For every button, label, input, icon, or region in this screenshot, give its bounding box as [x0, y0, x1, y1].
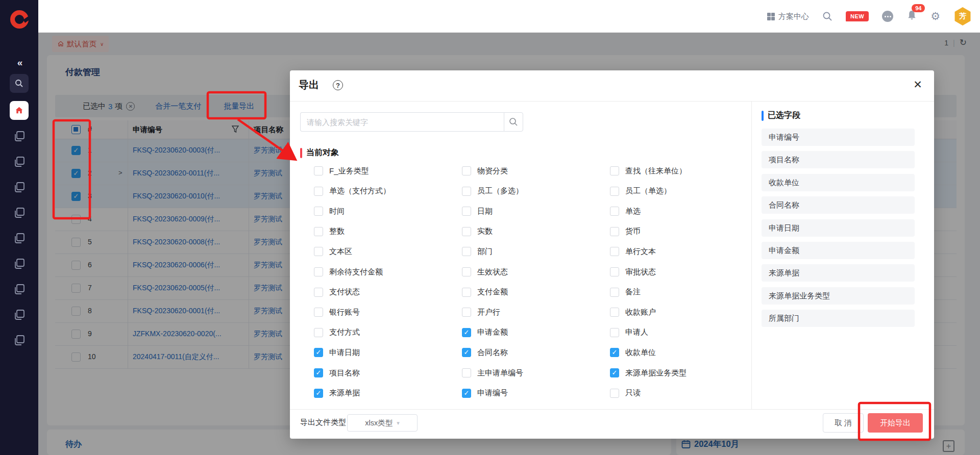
field-checkbox[interactable] — [314, 328, 323, 337]
export-field-option[interactable]: 员工（多选） — [462, 185, 523, 197]
export-field-option[interactable]: 货币 — [610, 225, 641, 238]
export-field-option[interactable]: 剩余待支付金额 — [314, 266, 383, 278]
field-search-input[interactable] — [300, 112, 504, 132]
field-checkbox[interactable] — [610, 247, 619, 256]
field-checkbox[interactable] — [314, 267, 323, 276]
export-field-option[interactable]: 时间 — [314, 205, 345, 217]
field-checkbox[interactable]: ✓ — [610, 368, 619, 377]
field-checkbox[interactable]: ✓ — [462, 348, 471, 357]
sidebar-collapse-icon[interactable]: « — [0, 57, 38, 68]
selected-field-chip[interactable]: 申请金额 — [762, 242, 915, 259]
export-field-option[interactable]: 收款账户 — [610, 306, 656, 318]
export-field-option[interactable]: 主申请单编号 — [462, 367, 523, 379]
start-export-button[interactable]: 开始导出 — [868, 413, 923, 433]
selected-field-chip[interactable]: 来源单据 — [762, 264, 915, 282]
sidebar-module-icon[interactable] — [11, 230, 28, 246]
export-field-option[interactable]: ✓合同名称 — [462, 346, 508, 359]
export-field-option[interactable]: 支付方式 — [314, 326, 360, 339]
field-checkbox[interactable] — [462, 247, 471, 256]
notifications-bell[interactable]: 94 — [906, 10, 917, 23]
close-icon[interactable]: ✕ — [911, 78, 925, 92]
sidebar-module-icon[interactable] — [11, 128, 28, 144]
new-badge[interactable]: NEW — [846, 11, 869, 21]
export-field-option[interactable]: 生效状态 — [462, 266, 508, 278]
field-checkbox[interactable] — [610, 166, 619, 175]
file-type-select[interactable]: xlsx类型 ▾ — [347, 414, 418, 432]
sidebar-module-icon[interactable] — [11, 332, 28, 348]
field-checkbox[interactable] — [314, 166, 323, 175]
export-field-option[interactable]: 整数 — [314, 225, 345, 238]
sidebar-module-icon[interactable] — [11, 154, 28, 170]
settings-gear-icon[interactable]: ⚙ — [930, 10, 940, 22]
export-field-option[interactable]: 只读 — [610, 387, 641, 399]
export-field-option[interactable]: ✓申请日期 — [314, 346, 360, 359]
field-checkbox[interactable]: ✓ — [314, 389, 323, 398]
user-avatar[interactable]: 芳 — [953, 7, 972, 26]
export-field-option[interactable]: 日期 — [462, 205, 493, 217]
field-checkbox[interactable]: ✓ — [314, 368, 323, 377]
field-checkbox[interactable] — [462, 187, 471, 196]
field-checkbox[interactable] — [610, 389, 619, 398]
sidebar-module-icon[interactable] — [11, 256, 28, 272]
field-checkbox[interactable] — [610, 267, 619, 276]
export-field-option[interactable]: 实数 — [462, 225, 493, 238]
sidebar-module-icon[interactable] — [11, 281, 28, 297]
selected-field-chip[interactable]: 申请日期 — [762, 219, 915, 237]
export-field-option[interactable]: ✓来源单据 — [314, 387, 360, 399]
export-field-option[interactable]: ✓申请编号 — [462, 387, 508, 399]
export-field-option[interactable]: 备注 — [610, 286, 641, 298]
field-checkbox[interactable] — [462, 166, 471, 175]
export-field-option[interactable]: ✓收款单位 — [610, 346, 656, 359]
export-field-option[interactable]: 审批状态 — [610, 266, 656, 278]
sidebar-module-icon[interactable] — [11, 307, 28, 323]
sidebar-module-icon[interactable] — [11, 205, 28, 221]
export-field-option[interactable]: 文本区 — [314, 245, 352, 258]
selected-field-chip[interactable]: 项目名称 — [762, 151, 915, 168]
sidebar-home-item[interactable] — [10, 101, 29, 120]
export-field-option[interactable]: 部门 — [462, 245, 493, 258]
field-checkbox[interactable]: ✓ — [462, 389, 471, 398]
field-checkbox[interactable] — [610, 207, 619, 216]
field-checkbox[interactable] — [314, 247, 323, 256]
export-field-option[interactable]: 员工（单选） — [610, 185, 671, 197]
solution-center-nav[interactable]: 方案中心 — [767, 12, 809, 21]
export-field-option[interactable]: 单行文本 — [610, 245, 656, 258]
field-checkbox[interactable] — [314, 288, 323, 297]
export-field-option[interactable]: 查找（往来单位） — [610, 165, 687, 177]
field-checkbox[interactable] — [314, 227, 323, 236]
export-field-option[interactable]: 申请人 — [610, 326, 648, 339]
field-checkbox[interactable]: ✓ — [314, 348, 323, 357]
export-field-option[interactable]: 物资分类 — [462, 165, 508, 177]
export-field-option[interactable]: F_业务类型 — [314, 165, 369, 177]
field-checkbox[interactable] — [462, 267, 471, 276]
selected-field-chip[interactable]: 合同名称 — [762, 196, 915, 214]
cancel-button[interactable]: 取 消 — [823, 413, 864, 433]
field-checkbox[interactable]: ✓ — [610, 348, 619, 357]
field-checkbox[interactable] — [314, 187, 323, 196]
sidebar-search-button[interactable] — [10, 74, 29, 93]
export-field-option[interactable]: 单选（支付方式） — [314, 185, 390, 197]
field-checkbox[interactable] — [314, 308, 323, 317]
field-checkbox[interactable] — [610, 328, 619, 337]
field-checkbox[interactable] — [610, 227, 619, 236]
selected-field-chip[interactable]: 来源单据业务类型 — [762, 287, 915, 305]
export-field-option[interactable]: ✓项目名称 — [314, 367, 360, 379]
topbar-search-icon[interactable] — [822, 11, 832, 21]
export-field-option[interactable]: 开户行 — [462, 306, 500, 318]
export-field-option[interactable]: ✓申请金额 — [462, 326, 508, 339]
field-checkbox[interactable] — [462, 207, 471, 216]
chat-icon[interactable] — [882, 11, 893, 22]
selected-field-chip[interactable]: 所属部门 — [762, 310, 915, 327]
app-logo-icon[interactable] — [10, 10, 29, 29]
export-field-option[interactable]: 银行账号 — [314, 306, 360, 318]
field-checkbox[interactable] — [462, 308, 471, 317]
field-search-button[interactable] — [504, 112, 523, 132]
export-field-option[interactable]: 支付金额 — [462, 286, 508, 298]
field-checkbox[interactable] — [462, 227, 471, 236]
selected-field-chip[interactable]: 申请编号 — [762, 129, 915, 146]
field-checkbox[interactable] — [462, 368, 471, 377]
field-checkbox[interactable] — [610, 187, 619, 196]
export-field-option[interactable]: 支付状态 — [314, 286, 360, 298]
selected-field-chip[interactable]: 收款单位 — [762, 174, 915, 191]
field-checkbox[interactable]: ✓ — [462, 328, 471, 337]
